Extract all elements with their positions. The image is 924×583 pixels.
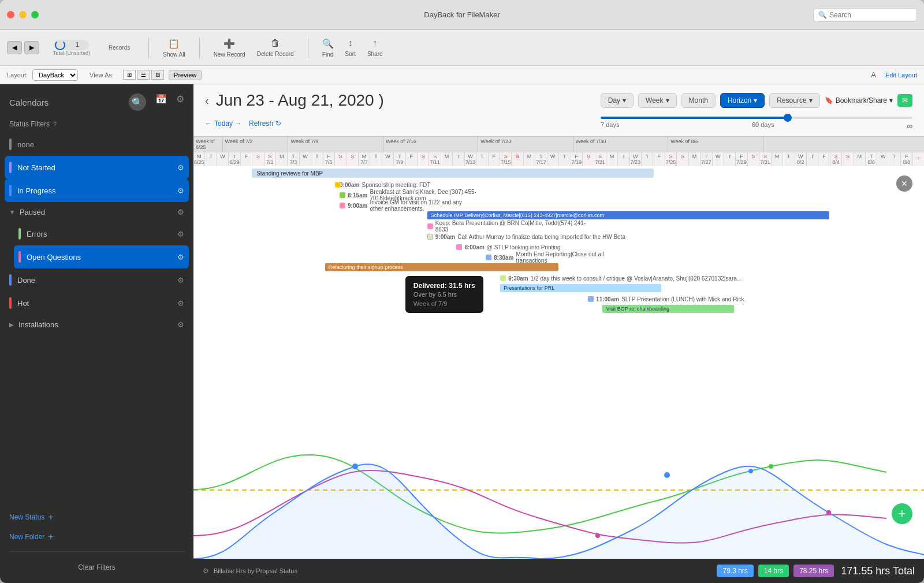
settings-sidebar-icon[interactable]: ⚙ bbox=[176, 94, 184, 111]
search-input[interactable] bbox=[829, 11, 910, 19]
status-item-done[interactable]: Done ⚙ bbox=[0, 268, 193, 292]
event-visit-bgp[interactable]: Visit BGP re: chalkboarding bbox=[602, 305, 734, 313]
new-record-button[interactable]: ➕ New Record bbox=[214, 38, 245, 58]
day-cell: S8/4 bbox=[830, 152, 842, 166]
arrow-right-icon[interactable]: → bbox=[235, 119, 242, 128]
view-grid-button[interactable]: ⊞ bbox=[123, 70, 136, 80]
app-window: DayBack for FileMaker 🔍 ◀ ▶ 1 Total (Uns… bbox=[0, 0, 924, 583]
folder-installations[interactable]: ▶ Installations ⚙ bbox=[0, 315, 193, 335]
titlebar-right: 🔍 bbox=[813, 8, 917, 22]
event-invoice-gm[interactable]: 9:00am Invoice GM for visit on 1/22 and … bbox=[340, 201, 471, 210]
tooltip-week: Week of 7/9 bbox=[413, 300, 475, 307]
event-call-arthur[interactable]: 9:00am Call Arthur Murray to finalize da… bbox=[427, 232, 632, 241]
day-cell: T bbox=[453, 152, 464, 166]
slider-thumb[interactable] bbox=[784, 114, 792, 122]
clear-filters-button[interactable]: Clear Filters bbox=[9, 559, 184, 576]
status-item-errors[interactable]: Errors ⚙ bbox=[9, 222, 193, 245]
search-sidebar-icon[interactable]: 🔍 bbox=[129, 94, 146, 111]
view-card-button[interactable]: ⊟ bbox=[151, 70, 164, 80]
calendar-sub-header: ← Today → Refresh ↻ 7 days 60 days ∞ bbox=[193, 117, 924, 136]
event-month-end[interactable]: 8:30am Month End Reporting|Close out all… bbox=[486, 253, 632, 262]
status-not-started-gear-icon[interactable]: ⚙ bbox=[177, 163, 184, 172]
records-sort: Total (Unsorted) bbox=[53, 50, 90, 56]
calendar-prev-button[interactable]: ‹ bbox=[205, 94, 209, 107]
today-button[interactable]: Today bbox=[214, 119, 233, 128]
new-folder-button[interactable]: New Folder + bbox=[9, 529, 184, 544]
day-cell: T bbox=[889, 152, 901, 166]
view-as-label: View As: bbox=[90, 72, 114, 79]
status-filters-help-icon[interactable]: ? bbox=[53, 121, 57, 128]
layout-select[interactable]: DayBack bbox=[32, 69, 78, 81]
day-cell: F7/29 bbox=[736, 152, 747, 166]
event-half-day[interactable]: 9:30am 1/2 day this week to consult / cr… bbox=[500, 274, 756, 283]
day-cell: W7/13 bbox=[465, 152, 476, 166]
view-week-button[interactable]: Week ▾ bbox=[638, 93, 676, 108]
status-item-in-progress[interactable]: In Progress ⚙ bbox=[5, 179, 189, 202]
status-hot-gear-icon[interactable]: ⚙ bbox=[177, 299, 184, 308]
folder-paused-gear-icon[interactable]: ⚙ bbox=[177, 208, 184, 216]
status-errors-gear-icon[interactable]: ⚙ bbox=[177, 230, 184, 238]
event-sltp-presentation[interactable]: 11:00am SLTP Presentation (LUNCH) with M… bbox=[588, 294, 763, 304]
preview-button[interactable]: Preview bbox=[169, 70, 202, 80]
status-item-hot[interactable]: Hot ⚙ bbox=[0, 292, 193, 315]
status-item-none[interactable]: none bbox=[0, 133, 193, 156]
event-schedule-imp[interactable]: Schedule IMP Delivery|Corliss, Marcie|(6… bbox=[427, 211, 829, 219]
day-cell: W bbox=[713, 152, 724, 166]
folder-paused[interactable]: ▼ Paused ⚙ bbox=[0, 202, 193, 222]
tooltip: Delivered: 31.5 hrs Over by 6.5 hrs Week… bbox=[405, 276, 483, 313]
delete-record-button[interactable]: 🗑 Delete Record bbox=[257, 38, 294, 57]
bookmark-icon: 🔖 bbox=[825, 96, 833, 104]
search-bar[interactable]: 🔍 bbox=[813, 8, 917, 22]
edit-layout-button[interactable]: Edit Layout bbox=[885, 72, 917, 79]
view-month-button[interactable]: Month bbox=[681, 93, 716, 108]
view-resource-button[interactable]: Resource ▾ bbox=[769, 93, 819, 108]
layout-bar: Layout: DayBack View As: ⊞ ☰ ⊟ Preview A… bbox=[0, 66, 924, 84]
new-status-button[interactable]: New Status + bbox=[9, 510, 184, 525]
view-day-button[interactable]: Day ▾ bbox=[601, 93, 634, 108]
maximize-button[interactable] bbox=[31, 11, 39, 18]
day-cell: T bbox=[807, 152, 818, 166]
status-done-gear-icon[interactable]: ⚙ bbox=[177, 276, 184, 285]
minimize-button[interactable] bbox=[19, 11, 27, 18]
folder-installations-gear-icon[interactable]: ⚙ bbox=[177, 320, 184, 329]
calendar-sidebar-icon[interactable]: 📅 bbox=[155, 94, 167, 111]
arrow-left-icon[interactable]: ← bbox=[205, 119, 212, 128]
status-item-open-questions[interactable]: Open Questions ⚙ bbox=[14, 245, 189, 268]
close-button[interactable] bbox=[7, 11, 14, 18]
day-cell: F8/8 bbox=[901, 152, 912, 166]
event-sponsorship[interactable]: 9:00am Sponsorship meeting: FDT bbox=[340, 180, 471, 189]
separator2 bbox=[199, 38, 200, 58]
bookmark-share-button[interactable]: 🔖 Bookmark/Share ▾ bbox=[825, 96, 893, 104]
event-beta-presentation[interactable]: Keep: Beta Presentation @ BRN Co|Mitle, … bbox=[427, 222, 588, 231]
days-slider: 7 days 60 days ∞ bbox=[601, 117, 912, 130]
forward-button[interactable]: ▶ bbox=[24, 41, 39, 54]
share-button[interactable]: ↑ Share bbox=[367, 38, 383, 57]
day-cell: S bbox=[583, 152, 594, 166]
status-in-progress-gear-icon[interactable]: ⚙ bbox=[177, 186, 184, 195]
back-button[interactable]: ◀ bbox=[7, 41, 22, 54]
day-cell: F bbox=[818, 152, 830, 166]
add-event-button[interactable]: + bbox=[892, 503, 912, 524]
find-button[interactable]: 🔍 Find bbox=[322, 38, 334, 58]
email-button[interactable]: ✉ bbox=[897, 94, 912, 107]
view-horizon-button[interactable]: Horizon ▾ bbox=[720, 93, 765, 108]
status-errors-color bbox=[18, 228, 21, 240]
status-item-not-started[interactable]: Not Started ⚙ bbox=[5, 156, 189, 179]
day-cell: F bbox=[241, 152, 252, 166]
event-stlp-printing[interactable]: 8:00am @ STLP looking into Printing bbox=[456, 242, 573, 252]
event-breakfast[interactable]: 8:15am Breakfast at Sam's|Krack, Dee|(30… bbox=[340, 190, 500, 200]
event-presentations-prl[interactable]: Presentations for PRL bbox=[500, 284, 661, 292]
show-all-button[interactable]: 📋 Show All bbox=[163, 38, 185, 58]
status-open-questions-gear-icon[interactable]: ⚙ bbox=[177, 253, 184, 261]
event-standing-reviews[interactable]: Standing reviews for MBP bbox=[252, 169, 654, 178]
day-cell: T bbox=[370, 152, 382, 166]
refresh-button[interactable]: Refresh ↻ bbox=[249, 119, 281, 128]
sort-button[interactable]: ↕ Sort bbox=[345, 38, 356, 57]
event-refactoring[interactable]: Refactoring their signup process bbox=[325, 263, 559, 271]
view-list-button[interactable]: ☰ bbox=[137, 70, 150, 80]
status-not-started-color bbox=[9, 162, 12, 173]
tooltip-sub: Over by 6.5 hrs bbox=[413, 291, 475, 298]
sidebar-icons: 🔍 📅 ⚙ bbox=[129, 94, 184, 111]
bottom-settings-icon[interactable]: ⚙ bbox=[203, 567, 209, 575]
close-float-button[interactable]: ✕ bbox=[896, 175, 912, 192]
